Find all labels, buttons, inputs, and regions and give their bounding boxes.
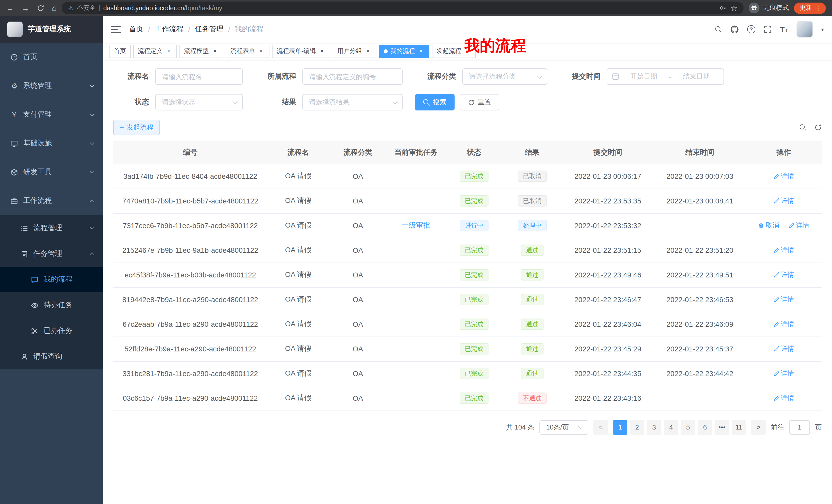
chevron-down-icon	[90, 225, 94, 230]
detail-link[interactable]: 详情	[773, 319, 794, 329]
refresh-icon[interactable]	[814, 124, 822, 131]
cell-process-id: 2152467e-7b9b-11ec-9a1b-acde48001122	[113, 238, 267, 262]
cell-actions: 详情	[746, 189, 822, 213]
tab-item[interactable]: 我的流程 ×	[379, 45, 430, 58]
search-button[interactable]: 搜索	[415, 94, 454, 110]
detail-link[interactable]: 详情	[773, 270, 794, 279]
update-button[interactable]: 更新 ⋮	[794, 2, 826, 13]
address-bar[interactable]: ⚠ 不安全 dashboard.yudao.iocoder.cn/bpm/tas…	[62, 2, 744, 15]
pager-page-button[interactable]: 11	[732, 420, 746, 435]
date-separator: -	[669, 73, 671, 80]
tab-close-icon[interactable]: ×	[211, 48, 218, 55]
cell-submit-time: 2022-01-22 23:46:47	[562, 287, 654, 312]
table-row: ec45f38f-7b9a-11ec-b03b-acde48001122 OA …	[113, 262, 822, 287]
detail-link[interactable]: 详情	[773, 344, 794, 354]
breadcrumb-home[interactable]: 首页	[129, 25, 144, 34]
tab-item[interactable]: 流程定义 ×	[133, 45, 177, 58]
browser-menu-icon[interactable]: ⋮	[815, 4, 823, 11]
page-size-select[interactable]: 10条/页	[539, 420, 588, 435]
tab-item[interactable]: 用户分组 ×	[333, 45, 376, 58]
tab-item[interactable]: 首页	[109, 45, 131, 58]
pager-page-button[interactable]: 5	[681, 420, 695, 435]
process-name-input[interactable]	[155, 68, 243, 85]
sidebar-item-home[interactable]: 首页	[0, 43, 103, 72]
detail-link[interactable]: 详情	[773, 394, 794, 403]
back-icon[interactable]: ←	[6, 4, 14, 12]
sidebar-item-leave-query[interactable]: 请假查询	[0, 344, 103, 369]
breadcrumb-workflow[interactable]: 工作流程	[155, 25, 184, 34]
detail-link[interactable]: 详情	[773, 295, 794, 304]
pager-more-button[interactable]: •••	[715, 420, 729, 435]
reload-icon[interactable]	[37, 4, 44, 11]
tab-close-icon[interactable]: ×	[365, 48, 372, 55]
detail-link[interactable]: 详情	[788, 221, 809, 230]
sidebar-item-todo-tasks[interactable]: 待办任务	[0, 292, 103, 318]
password-key-icon[interactable]	[719, 4, 727, 12]
cell-current-task	[387, 386, 445, 411]
screen: ← → ⌂ ⚠ 不安全 dashboard.yudao.iocoder.cn/b…	[0, 0, 832, 504]
tab-item[interactable]: 流程表单-编辑 ×	[272, 45, 330, 58]
detail-link[interactable]: 详情	[773, 246, 794, 255]
browser-nav-buttons: ← → ⌂	[6, 4, 57, 12]
pager-page-button[interactable]: 4	[664, 420, 678, 435]
reset-button[interactable]: 重置	[460, 94, 499, 110]
sidebar-item-system[interactable]: ⚙ 系统管理	[0, 72, 103, 100]
font-size-icon[interactable]: TT	[780, 25, 788, 34]
github-icon[interactable]	[730, 25, 739, 34]
tab-item[interactable]: 流程模型 ×	[179, 45, 223, 58]
detail-link[interactable]: 详情	[773, 196, 794, 205]
pager-page-button[interactable]: 6	[698, 420, 712, 435]
tab-label: 流程模型	[184, 47, 209, 55]
list-icon	[21, 224, 28, 232]
search-icon[interactable]	[715, 26, 722, 33]
forward-icon[interactable]: →	[22, 4, 29, 12]
tab-close-icon[interactable]: ×	[318, 48, 326, 55]
create-process-button[interactable]: +发起流程	[113, 120, 160, 135]
result-select[interactable]: 请选择流结果	[302, 94, 402, 110]
pager-prev-button[interactable]: <	[593, 420, 608, 435]
sidebar-item-task-mgmt[interactable]: 任务管理	[0, 241, 103, 267]
tab-close-icon[interactable]: ×	[165, 48, 172, 55]
submit-time-range-picker[interactable]: 开始日期 - 结束日期	[607, 68, 724, 85]
chevron-down-icon	[90, 169, 94, 174]
breadcrumb-task-mgmt[interactable]: 任务管理	[195, 25, 224, 34]
goto-page-input[interactable]	[789, 420, 810, 435]
pager-page-button[interactable]: 2	[630, 420, 644, 435]
pager-page-button[interactable]: 3	[647, 420, 661, 435]
sidebar-item-my-process[interactable]: 我的流程	[0, 267, 103, 292]
process-key-input[interactable]	[302, 68, 402, 85]
result-tag: 通过	[521, 343, 544, 355]
chevron-up-icon	[90, 199, 94, 204]
col-category: 流程分类	[329, 141, 387, 164]
current-task-link[interactable]: 一级审批	[401, 221, 431, 229]
detail-link[interactable]: 详情	[773, 172, 794, 181]
tab-close-icon[interactable]: ×	[258, 48, 265, 55]
help-icon[interactable]: ?	[747, 25, 755, 33]
sidebar-item-devtools[interactable]: 研发工具	[0, 158, 103, 187]
sidebar-item-payment[interactable]: ¥ 支付管理	[0, 100, 103, 129]
cancel-link[interactable]: 取消	[758, 221, 779, 230]
detail-link[interactable]: 详情	[773, 369, 794, 378]
avatar[interactable]	[797, 21, 813, 37]
pager-page-button[interactable]: 1	[613, 420, 627, 435]
sidebar-item-done-tasks[interactable]: 已办任务	[0, 318, 103, 344]
tab-item[interactable]: 流程表单 ×	[226, 45, 269, 58]
incognito-badge: 无痕模式	[749, 3, 789, 13]
tab-close-icon[interactable]: ×	[418, 48, 425, 55]
category-select[interactable]: 请选择流程分类	[462, 68, 547, 85]
browser-home-icon[interactable]: ⌂	[52, 4, 57, 12]
toggle-search-icon[interactable]	[800, 124, 806, 131]
cell-submit-time: 2022-01-22 23:49:46	[562, 262, 654, 287]
cell-submit-time: 2022-01-22 23:51:15	[562, 238, 654, 262]
pager-next-button[interactable]: >	[751, 420, 766, 435]
bookmark-star-icon[interactable]: ☆	[730, 4, 737, 12]
sidebar-item-workflow[interactable]: 工作流程	[0, 187, 103, 215]
fullscreen-icon[interactable]	[763, 25, 772, 33]
cell-category: OA	[329, 262, 387, 287]
avatar-caret-icon[interactable]: ▾	[821, 26, 824, 32]
sidebar-item-infra[interactable]: 基础设施	[0, 129, 103, 158]
status-tag: 进行中	[460, 220, 489, 231]
status-select[interactable]: 请选择状态	[155, 94, 243, 110]
sidebar-item-process-mgmt[interactable]: 流程管理	[0, 215, 103, 241]
hamburger-icon[interactable]	[111, 26, 121, 33]
